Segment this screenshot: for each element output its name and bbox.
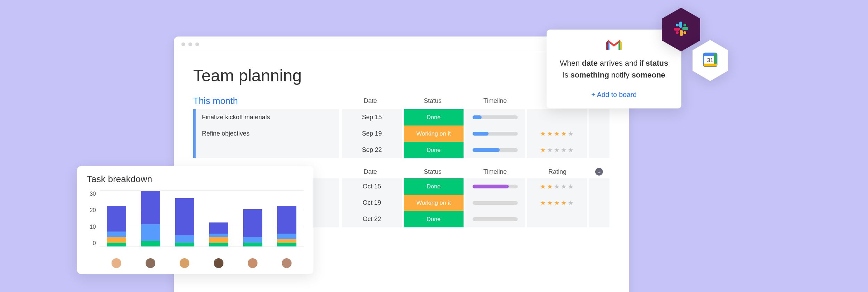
chart-bar[interactable] [209,222,228,246]
chart-bar[interactable] [175,198,194,246]
avatar [112,258,121,268]
gmail-icon [606,39,622,52]
avatar [180,258,189,268]
extra-cell [589,211,609,227]
chart-y-axis: 30 20 10 0 [87,191,99,246]
extra-cell [589,109,609,125]
col-head-status[interactable]: Status [402,168,464,176]
chart-bar-segment [107,237,126,243]
col-head-timeline[interactable]: Timeline [464,168,526,176]
status-cell[interactable]: Done [404,109,464,125]
chart-bar-segment [243,237,262,243]
col-head-timeline[interactable]: Timeline [464,97,526,105]
chart-bar[interactable] [107,206,126,246]
svg-point-6 [683,31,686,34]
chart-body: 30 20 10 0 [87,191,304,253]
svg-rect-1 [682,27,688,30]
timeline-cell[interactable] [465,109,525,125]
timeline-cell[interactable] [465,142,525,158]
group-rows-1: Finalize kickoff materials Sep 15 Done R… [174,106,629,168]
chart-card: Task breakdown 30 20 10 0 [77,166,313,274]
svg-point-7 [676,31,679,34]
window-dot-min[interactable] [188,42,192,46]
date-cell[interactable]: Sep 22 [342,142,402,158]
col-head-date[interactable]: Date [339,97,402,105]
table-row[interactable]: Sep 22 Done ★★★★★ [193,142,609,158]
chart-bar-segment [209,237,228,243]
chart-bar-segment [175,198,194,235]
status-cell[interactable]: Done [404,178,464,195]
chart-bar-segment [107,243,126,246]
y-tick: 10 [90,224,96,230]
col-head-rating[interactable]: Rating [526,168,589,176]
timeline-cell[interactable] [465,178,525,195]
task-name-cell[interactable]: Refine objectives [193,125,339,142]
task-name-cell[interactable] [193,142,339,158]
status-cell[interactable]: Done [404,211,464,227]
table-row[interactable]: Refine objectives Sep 19 Working on it ★… [193,125,609,142]
rating-cell[interactable] [527,109,587,125]
y-tick: 30 [90,191,96,197]
extra-cell [589,125,609,142]
chart-bar-segment [175,243,194,246]
date-cell[interactable]: Sep 19 [342,125,402,142]
date-cell[interactable]: Oct 22 [342,211,402,227]
timeline-cell[interactable] [465,195,525,211]
chart-bar-segment [243,209,262,237]
rating-cell[interactable]: ★★★★★ [527,142,587,158]
avatar [248,258,257,268]
avatar [146,258,155,268]
rating-cell[interactable] [527,211,587,227]
date-cell[interactable]: Oct 19 [342,195,402,211]
svg-text:31: 31 [707,57,713,63]
avatar [214,258,223,268]
slack-icon [673,21,689,38]
add-to-board-button[interactable]: + Add to board [558,91,670,99]
status-cell[interactable]: Working on it [404,125,464,142]
chart-plot [99,191,304,246]
extra-cell [589,195,609,211]
chart-bar-segment [277,234,296,239]
chart-bar-segment [277,206,296,234]
svg-rect-0 [679,22,682,28]
automation-card: When date arrives and if status is somet… [547,30,681,108]
add-column-button[interactable]: + [589,168,609,176]
plus-icon: + [595,168,603,176]
chart-bar-segment [209,222,228,234]
svg-point-5 [683,24,686,26]
extra-cell [589,142,609,158]
y-tick: 0 [93,240,96,246]
date-cell[interactable]: Oct 15 [342,178,402,195]
timeline-cell[interactable] [465,125,525,142]
rating-cell[interactable]: ★★★★★ [527,178,587,195]
window-dot-close[interactable] [181,42,185,46]
task-name-cell[interactable]: Finalize kickoff materials [193,109,339,125]
chart-x-axis [87,258,304,268]
chart-bar-segment [209,234,228,237]
rating-cell[interactable]: ★★★★★ [527,125,587,142]
svg-point-4 [676,24,679,26]
timeline-cell[interactable] [465,211,525,227]
calendar-badge: 31 [693,40,728,81]
chart-bar[interactable] [277,206,296,246]
table-row[interactable]: Finalize kickoff materials Sep 15 Done [193,109,609,125]
chart-bar[interactable] [141,191,160,246]
date-cell[interactable]: Sep 15 [342,109,402,125]
calendar-icon: 31 [702,52,718,69]
svg-rect-2 [680,30,683,36]
automation-rule-text: When date arrives and if status is somet… [558,57,670,81]
chart-bar-segment [175,235,194,243]
svg-rect-3 [674,28,680,31]
col-head-status[interactable]: Status [402,97,464,105]
chart-bar-segment [107,206,126,232]
chart-bar-segment [243,243,262,246]
chart-bar-segment [277,239,296,243]
group-title[interactable]: This month [193,96,339,106]
chart-bar[interactable] [243,209,262,246]
status-cell[interactable]: Done [404,142,464,158]
window-dot-max[interactable] [195,42,199,46]
col-head-date[interactable]: Date [339,168,402,176]
rating-cell[interactable]: ★★★★★ [527,195,587,211]
status-cell[interactable]: Working on it [404,195,464,211]
chart-bar-segment [107,232,126,237]
